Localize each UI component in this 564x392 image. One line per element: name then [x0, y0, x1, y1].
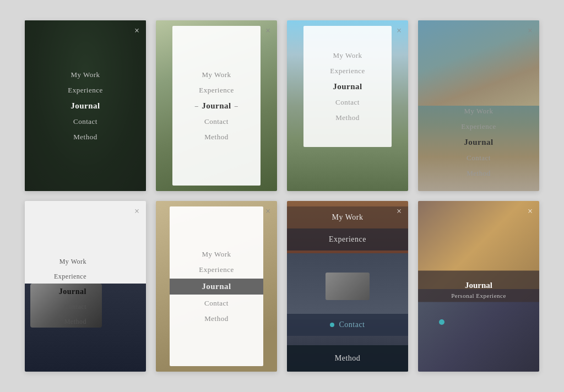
- nav-method[interactable]: Method: [60, 315, 91, 328]
- nav-mywork[interactable]: My Work: [287, 206, 408, 228]
- nav-experience[interactable]: Experience: [326, 64, 369, 78]
- card-white-mountain: × My Work Experience Journal Contact Met…: [156, 20, 277, 191]
- close-button[interactable]: ×: [528, 26, 533, 36]
- close-button[interactable]: ×: [265, 206, 270, 216]
- nav-mywork[interactable]: My Work: [66, 68, 104, 81]
- nav-journal-active[interactable]: Journal: [66, 99, 105, 113]
- nav-contact[interactable]: Contact: [331, 96, 364, 109]
- journal-highlight: Journal Personal Experience: [418, 271, 539, 302]
- nav-contact[interactable]: Contact: [462, 151, 495, 165]
- nav-experience[interactable]: Experience: [194, 263, 238, 276]
- nav-experience[interactable]: Experience: [287, 228, 408, 251]
- nav-contact[interactable]: Contact: [200, 115, 233, 128]
- nav-mywork[interactable]: My Work: [197, 68, 235, 81]
- journal-subtitle: Personal Experience: [418, 292, 539, 299]
- card-colorful-mosaic: × Journal Personal Experience: [418, 201, 539, 372]
- sea-image: [418, 20, 539, 106]
- close-button[interactable]: ×: [528, 206, 533, 216]
- white-panel: My Work Experience Journal Contact Metho…: [170, 206, 263, 366]
- journal-title: Journal: [418, 281, 539, 290]
- nav-experience[interactable]: Experience: [194, 84, 238, 97]
- white-panel: My Work Experience Journal Contact Metho…: [172, 26, 261, 186]
- nav-method[interactable]: Method: [287, 345, 408, 372]
- nav-mywork[interactable]: My Work: [197, 248, 235, 261]
- nav-experience[interactable]: Experience: [457, 120, 500, 133]
- close-button[interactable]: ×: [134, 26, 139, 36]
- close-button[interactable]: ×: [134, 206, 139, 216]
- nav-method[interactable]: Method: [69, 130, 101, 144]
- teal-indicator: [330, 323, 334, 327]
- nav-contact[interactable]: Contact: [69, 115, 102, 128]
- nav-journal-active[interactable]: Journal: [170, 279, 263, 295]
- nav-journal-active[interactable]: Journal: [459, 135, 498, 149]
- close-button[interactable]: ×: [265, 26, 270, 36]
- nav-mywork[interactable]: My Work: [55, 255, 91, 268]
- nav-contact[interactable]: Contact: [200, 297, 233, 310]
- card-mountain-landscape: × My Work Experience Journal Contact Met…: [287, 20, 408, 191]
- nav-overlay: My Work Experience Journal Contact Metho…: [25, 20, 146, 191]
- card-rocky-sea: × My Work Experience Journal Contact Met…: [418, 20, 539, 191]
- close-button[interactable]: ×: [397, 26, 402, 36]
- card-mosaic: × My Work Experience Contact Method: [287, 201, 408, 372]
- nav-contact[interactable]: Contact: [287, 314, 408, 336]
- nav-method[interactable]: Method: [462, 167, 495, 180]
- nav-journal-active[interactable]: Journal: [328, 80, 367, 94]
- nav-contact[interactable]: Contact: [59, 301, 91, 313]
- card-dark-typewriter: × My Work Experience Journal Contact Met…: [25, 201, 146, 372]
- nav-mywork[interactable]: My Work: [328, 49, 366, 62]
- card-grid: × My Work Experience Journal Contact Met…: [25, 20, 539, 372]
- nav-experience[interactable]: Experience: [50, 270, 91, 283]
- card-dark-forest: × My Work Experience Journal Contact Met…: [25, 20, 146, 191]
- card-white-texture: × My Work Experience Journal Contact Met…: [156, 201, 277, 372]
- nav-experience[interactable]: Experience: [63, 84, 107, 97]
- nav-mywork[interactable]: My Work: [459, 105, 497, 118]
- nav-items: My Work Experience Journal Contact Metho…: [418, 105, 539, 180]
- nav-journal-active[interactable]: Journal: [55, 285, 91, 298]
- white-panel: My Work Experience Journal Contact Metho…: [303, 26, 392, 147]
- nav-method[interactable]: Method: [200, 130, 232, 144]
- teal-indicator-8: [439, 319, 444, 325]
- nav-journal-active[interactable]: Journal: [191, 99, 243, 113]
- nav-method[interactable]: Method: [200, 312, 232, 325]
- close-button[interactable]: ×: [397, 206, 402, 216]
- nav-method[interactable]: Method: [331, 111, 364, 124]
- nav-overlay: My Work Experience Journal Contact Metho…: [25, 212, 91, 372]
